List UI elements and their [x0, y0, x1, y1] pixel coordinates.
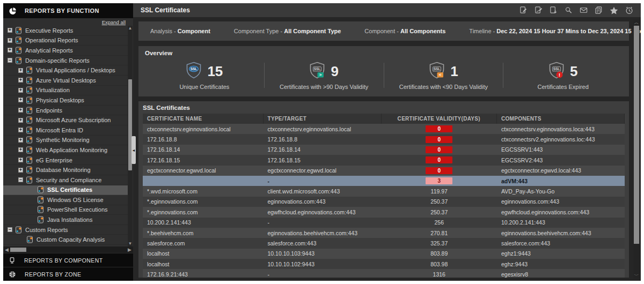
- validity-cell: 0: [382, 136, 497, 143]
- filter-analysis[interactable]: Analysis - Component: [150, 28, 210, 34]
- expand-toggle-icon[interactable]: +: [8, 38, 12, 43]
- tree-item-executive-reports[interactable]: +Executive Reports: [3, 26, 128, 36]
- schedule-icon[interactable]: [625, 6, 633, 14]
- tree-item-java-installations[interactable]: Java Installations: [3, 215, 128, 225]
- table-row-172-16-9-21-443[interactable]: 172.16.9.21:443-1316egesxisrv8: [143, 269, 625, 278]
- column-header-certificate-validity-days[interactable]: CERTIFICATE VALIDITY(DAYS): [382, 114, 497, 124]
- sign-report-icon[interactable]: [535, 6, 543, 14]
- expand-toggle-icon[interactable]: +: [18, 168, 23, 173]
- filter-timeline[interactable]: Timeline - Dec 22, 2024 15 Hour 37 Mins …: [469, 28, 641, 34]
- tree-item-eg-enterprise[interactable]: +eG Enterprise: [3, 155, 128, 166]
- tree-item-web-application-monitoring[interactable]: +Web Application Monitoring: [3, 145, 128, 155]
- tree-scroll-down-icon[interactable]: ▼: [128, 241, 133, 246]
- main-scrollbar-thumb[interactable]: [634, 26, 639, 244]
- main-scroll-up-icon[interactable]: ︿: [634, 19, 639, 26]
- components-cell: eginnovations.beehivehcm.com:443: [497, 230, 625, 236]
- table-row-eginnovations-com[interactable]: *.eginnovations.comeginnovations.com:443…: [143, 197, 625, 207]
- report-icon: [26, 236, 33, 243]
- tree-item-azure-virtual-desktops[interactable]: +Azure Virtual Desktops: [3, 76, 128, 86]
- expand-all-row: Expand all: [3, 18, 133, 26]
- table-row-172-16-18-14[interactable]: 172.16.18.14172.16.18.140EGCSSRV1:443: [143, 145, 625, 155]
- report-icon: [26, 77, 33, 84]
- table-row-localhost[interactable]: localhost10.10.10.103:9443803.89eghz1:94…: [143, 249, 625, 259]
- favorite-icon[interactable]: [610, 6, 618, 14]
- table-row-egctxconnector-egwvd-local[interactable]: egctxconnector.egwvd.localegctxconnector…: [143, 166, 625, 176]
- filter-component-type[interactable]: Component Type - All Component Type: [234, 28, 341, 34]
- expand-toggle-icon[interactable]: +: [8, 28, 12, 33]
- expand-toggle-icon[interactable]: +: [18, 78, 23, 83]
- sidebar-collapse-handle[interactable]: ◄: [131, 136, 136, 164]
- column-header-components[interactable]: COMPONENTS: [497, 114, 625, 124]
- tree-item-analytical-reports[interactable]: +Analytical Reports: [3, 46, 128, 56]
- tree-item-custom-reports[interactable]: −Custom Reports: [3, 225, 128, 235]
- expand-toggle-icon[interactable]: +: [18, 108, 23, 113]
- expand-toggle-icon[interactable]: +: [18, 158, 23, 162]
- collapse-toggle-icon[interactable]: −: [8, 227, 12, 232]
- sidebar-item-reports-by-component[interactable]: REPORTS BY COMPONENT: [3, 253, 133, 267]
- tree-item-custom-capacity-analysis[interactable]: Custom Capacity Analysis: [3, 235, 128, 245]
- tree-item-security-and-compliance[interactable]: −Security and Compliance: [3, 175, 128, 185]
- expand-toggle-icon[interactable]: +: [18, 128, 23, 132]
- tree-item-synthetic-monitoring[interactable]: +Synthetic Monitoring: [3, 136, 128, 146]
- column-header-type-target[interactable]: TYPE/TARGET: [264, 114, 382, 124]
- filter-component[interactable]: Component - All Components: [364, 28, 445, 34]
- table-row-advm-443[interactable]: -3adVM:443: [143, 176, 625, 186]
- component-icon: [9, 257, 16, 264]
- table-row-10-200-2-141-443[interactable]: 10.200.2.141:443-25610.200.2.141:443: [143, 218, 625, 228]
- tree-horizontal-scrollbar[interactable]: ◀ ▶: [3, 246, 133, 253]
- export-pdf-icon[interactable]: [550, 6, 558, 14]
- tree-scroll-up-icon[interactable]: ▲: [128, 26, 133, 31]
- tree-item-label: Endpoints: [36, 107, 62, 114]
- stat-card-certificates-expired: SSL!5Certificates Expired: [503, 59, 623, 91]
- expand-toggle-icon[interactable]: +: [18, 138, 23, 143]
- expand-toggle-icon[interactable]: +: [18, 147, 23, 152]
- tree-item-ssl-certificates[interactable]: SSL Certificates: [3, 185, 128, 196]
- table-row-wvd-microsoft-com[interactable]: *.wvd.microsoft.comclient.wvd.microsoft.…: [143, 186, 625, 196]
- stat-value: 9: [331, 63, 338, 79]
- email-icon[interactable]: [580, 6, 588, 14]
- column-header-certificate-name[interactable]: CERTIFICATE NAME: [143, 114, 264, 124]
- sidebar-item-reports-by-zone[interactable]: REPORTS BY ZONE: [3, 267, 133, 281]
- type-target-cell: 10.10.10.103:9443: [264, 250, 382, 257]
- tree-item-label: PowerShell Executions: [47, 206, 108, 213]
- preview-report-icon[interactable]: [565, 6, 573, 14]
- table-row-beehivehcm-com[interactable]: *.beehivehcm.comeginnovations.beehivehcm…: [143, 228, 625, 238]
- collapse-toggle-icon[interactable]: −: [8, 58, 12, 63]
- expand-toggle-icon[interactable]: +: [18, 118, 23, 123]
- table-row-172-16-18-15[interactable]: 172.16.18.15172.16.18.150EGCSSRV2:443: [143, 155, 625, 165]
- table-row-eginnovations-com[interactable]: *.eginnovations.comegwfhcloud.eginnovati…: [143, 207, 625, 217]
- tree-scroll-left-icon[interactable]: ◀: [5, 247, 9, 252]
- report-icon: [26, 126, 33, 134]
- collapse-toggle-icon[interactable]: −: [18, 177, 23, 182]
- tree-item-powershell-executions[interactable]: PowerShell Executions: [3, 205, 128, 215]
- tree-item-domain-specific-reports[interactable]: −Domain-specific Reports: [3, 56, 128, 66]
- tree-item-physical-desktops[interactable]: +Physical Desktops: [3, 95, 128, 106]
- expand-all-link[interactable]: Expand all: [102, 19, 126, 25]
- tree-item-microsoft-entra-id[interactable]: +Microsoft Entra ID: [3, 125, 128, 136]
- tree-hscrollbar-thumb[interactable]: [10, 248, 26, 252]
- tree-item-virtual-applications-desktops[interactable]: +Virtual Applications / Desktops: [3, 65, 128, 76]
- ssl-shield-expired-icon: SSL!: [548, 62, 565, 81]
- type-target-cell: eginnovations.com:443: [264, 198, 382, 205]
- tree-item-label: Analytical Reports: [25, 47, 73, 54]
- table-row-salesforce-com[interactable]: salesforce.comsalesforce.com:443325.37sa…: [143, 238, 625, 248]
- tree-item-endpoints[interactable]: +Endpoints: [3, 106, 128, 116]
- tree-item-windows-os-license[interactable]: Windows OS License: [3, 195, 128, 205]
- main-scrollbar[interactable]: ︿ ﹀: [633, 19, 640, 279]
- table-row-ctxconnectsrv-eginnovations-local[interactable]: ctxconnectsrv.eginnovations.localctxconn…: [143, 124, 625, 134]
- main-scroll-down-icon[interactable]: ﹀: [634, 272, 639, 279]
- expand-toggle-icon[interactable]: +: [18, 68, 23, 73]
- tree-item-operational-reports[interactable]: +Operational Reports: [3, 36, 128, 46]
- tree-item-microsoft-azure-subscription[interactable]: +Microsoft Azure Subscription: [3, 115, 128, 125]
- tree-scroll-right-icon[interactable]: ▶: [128, 247, 131, 252]
- expand-toggle-icon[interactable]: +: [18, 98, 23, 102]
- table-row-localhost[interactable]: localhost10.10.10.102:9443803.98eghz:944…: [143, 259, 625, 269]
- expand-toggle-icon[interactable]: +: [18, 88, 23, 93]
- tree-item-virtualization[interactable]: +Virtualization: [3, 86, 128, 96]
- edit-report-icon[interactable]: [519, 6, 528, 14]
- copy-report-icon[interactable]: [595, 6, 603, 14]
- table-row-172-16-18-8[interactable]: 172.16.18.8172.16.18.80ctxconnectsrv2.eg…: [143, 134, 625, 144]
- tree-item-database-monitoring[interactable]: +Database Monitoring: [3, 165, 128, 175]
- report-icon: [26, 116, 33, 124]
- expand-toggle-icon[interactable]: +: [8, 48, 12, 53]
